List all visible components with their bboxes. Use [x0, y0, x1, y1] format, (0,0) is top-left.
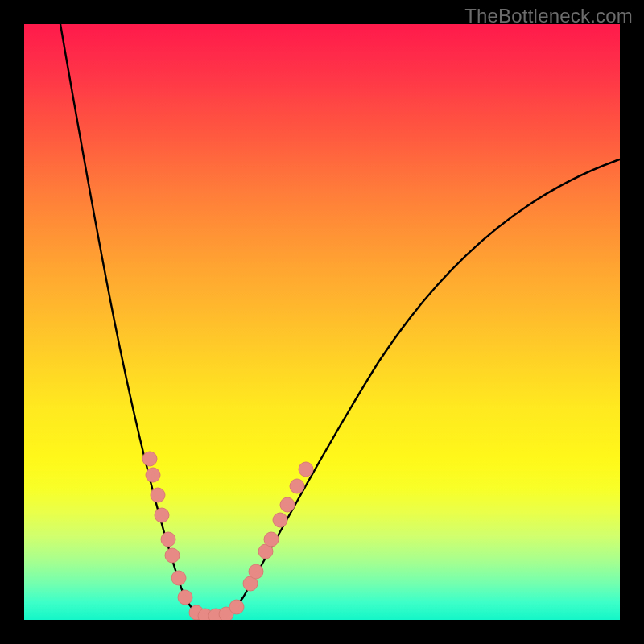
- data-dot: [299, 462, 313, 477]
- data-dot: [142, 452, 157, 466]
- data-dot: [264, 532, 279, 547]
- chart-svg: [24, 24, 620, 620]
- data-dot: [280, 497, 295, 512]
- data-dot: [171, 571, 186, 585]
- data-dot: [151, 488, 165, 502]
- left-curve: [60, 24, 213, 617]
- data-dot: [229, 600, 244, 614]
- data-dot: [155, 508, 169, 522]
- data-dot: [290, 479, 304, 493]
- data-dot: [146, 468, 160, 482]
- data-dot: [249, 564, 263, 579]
- data-dot: [273, 513, 287, 527]
- data-dot: [178, 590, 192, 605]
- data-dot: [161, 532, 175, 547]
- plot-area: [24, 24, 620, 620]
- chart-stage: TheBottleneck.com: [0, 0, 644, 644]
- right-curve: [213, 159, 620, 617]
- data-dot: [165, 548, 180, 563]
